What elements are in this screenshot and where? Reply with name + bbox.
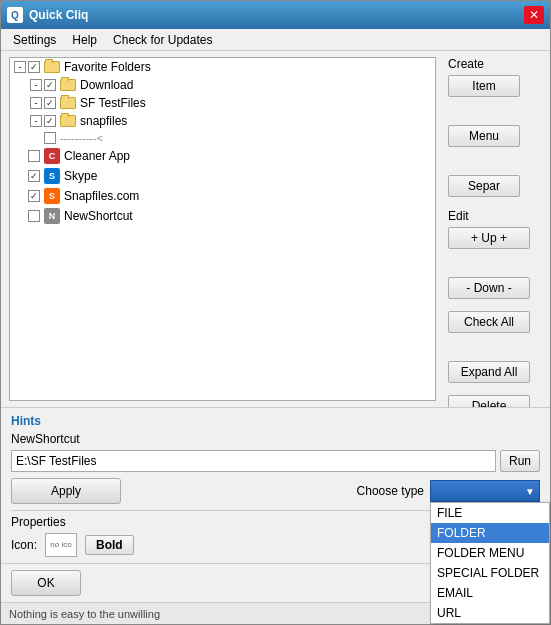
dropdown-option-folder-menu[interactable]: FOLDER MENU bbox=[431, 543, 549, 563]
apply-button[interactable]: Apply bbox=[11, 478, 121, 504]
item-checkbox[interactable] bbox=[28, 190, 40, 202]
dropdown-option-email[interactable]: EMAIL bbox=[431, 583, 549, 603]
app-icon-cleaner: C bbox=[44, 148, 60, 164]
list-item[interactable]: - SF TestFiles bbox=[26, 94, 435, 112]
ok-button[interactable]: OK bbox=[11, 570, 81, 596]
window-title: Quick Cliq bbox=[29, 8, 524, 22]
create-separ-button[interactable]: Separ bbox=[448, 175, 520, 197]
edit-section: Edit + Up + - Down - bbox=[448, 209, 542, 299]
item-label: snapfiles bbox=[80, 114, 127, 128]
menu-bar: Settings Help Check for Updates bbox=[1, 29, 550, 51]
dropdown-selected[interactable]: ▼ bbox=[430, 480, 540, 502]
folder-icon bbox=[60, 97, 76, 109]
expand-icon[interactable]: - bbox=[14, 61, 26, 73]
title-bar: Q Quick Cliq ✕ bbox=[1, 1, 550, 29]
item-checkbox[interactable] bbox=[44, 115, 56, 127]
item-label: NewShortcut bbox=[64, 209, 133, 223]
item-label: SF TestFiles bbox=[80, 96, 146, 110]
create-item-button[interactable]: Item bbox=[448, 75, 520, 97]
main-content: - Favorite Folders - Download - SF TestF… bbox=[1, 51, 550, 407]
create-menu-button[interactable]: Menu bbox=[448, 125, 520, 147]
run-button[interactable]: Run bbox=[500, 450, 540, 472]
delete-section: Delete bbox=[448, 395, 542, 407]
right-panel: Create Item Menu Separ Edit + Up + - Dow… bbox=[440, 51, 550, 407]
list-item[interactable]: S Skype bbox=[10, 166, 435, 186]
dropdown-arrow-icon: ▼ bbox=[525, 486, 535, 497]
item-checkbox[interactable] bbox=[28, 170, 40, 182]
root-label: Favorite Folders bbox=[64, 60, 151, 74]
tree-root[interactable]: - Favorite Folders bbox=[10, 58, 435, 76]
icon-preview[interactable]: no ico bbox=[45, 533, 77, 557]
dropdown-option-special-folder[interactable]: SPECIAL FOLDER bbox=[431, 563, 549, 583]
create-label: Create bbox=[448, 57, 542, 71]
app-icon-snapfiles: S bbox=[44, 188, 60, 204]
dropdown-option-url[interactable]: URL bbox=[431, 603, 549, 623]
check-all-button[interactable]: Check All bbox=[448, 311, 530, 333]
icon-label: Icon: bbox=[11, 538, 37, 552]
separator-label: ----------< bbox=[60, 132, 103, 144]
menu-check-updates[interactable]: Check for Updates bbox=[105, 31, 220, 49]
expand-icon[interactable]: - bbox=[30, 97, 42, 109]
choose-type-label: Choose type bbox=[357, 484, 424, 498]
dropdown-option-folder[interactable]: FOLDER bbox=[431, 523, 549, 543]
app-icon-newshortcut: N bbox=[44, 208, 60, 224]
bold-button[interactable]: Bold bbox=[85, 535, 134, 555]
list-item[interactable]: N NewShortcut bbox=[10, 206, 435, 226]
list-item[interactable]: - Download bbox=[26, 76, 435, 94]
status-message: Nothing is easy to the unwilling bbox=[9, 608, 160, 620]
apply-row: Apply Choose type ▼ FILE FOLDER FOLDER M… bbox=[11, 478, 540, 504]
list-item[interactable]: - snapfiles bbox=[26, 112, 435, 130]
item-checkbox[interactable] bbox=[28, 210, 40, 222]
close-button[interactable]: ✕ bbox=[524, 6, 544, 24]
app-icon-skype: S bbox=[44, 168, 60, 184]
item-label: Cleaner App bbox=[64, 149, 130, 163]
delete-button[interactable]: Delete bbox=[448, 395, 530, 407]
move-down-button[interactable]: - Down - bbox=[448, 277, 530, 299]
expand-all-button[interactable]: Expand All bbox=[448, 361, 530, 383]
type-dropdown[interactable]: ▼ FILE FOLDER FOLDER MENU SPECIAL FOLDER… bbox=[430, 480, 540, 502]
hints-label: Hints bbox=[11, 414, 540, 428]
list-item[interactable]: ----------< bbox=[26, 130, 435, 146]
root-checkbox[interactable] bbox=[28, 61, 40, 73]
path-input[interactable] bbox=[11, 450, 496, 472]
folder-icon bbox=[60, 79, 76, 91]
list-item[interactable]: S Snapfiles.com bbox=[10, 186, 435, 206]
hints-section: Hints NewShortcut Run Apply Choose type … bbox=[1, 407, 550, 563]
menu-help[interactable]: Help bbox=[64, 31, 105, 49]
item-checkbox[interactable] bbox=[44, 79, 56, 91]
item-label: Snapfiles.com bbox=[64, 189, 139, 203]
action-section: Check All Expand All bbox=[448, 311, 542, 383]
dropdown-list: FILE FOLDER FOLDER MENU SPECIAL FOLDER E… bbox=[430, 502, 550, 624]
expand-icon[interactable]: - bbox=[30, 115, 42, 127]
dropdown-option-file[interactable]: FILE bbox=[431, 503, 549, 523]
list-item[interactable]: C Cleaner App bbox=[10, 146, 435, 166]
move-up-button[interactable]: + Up + bbox=[448, 227, 530, 249]
main-window: Q Quick Cliq ✕ Settings Help Check for U… bbox=[0, 0, 551, 625]
item-label: Download bbox=[80, 78, 133, 92]
item-label: Skype bbox=[64, 169, 97, 183]
shortcut-name: NewShortcut bbox=[11, 432, 540, 446]
expand-icon[interactable]: - bbox=[30, 79, 42, 91]
path-row: Run bbox=[11, 450, 540, 472]
tree-panel: - Favorite Folders - Download - SF TestF… bbox=[9, 57, 436, 401]
item-checkbox[interactable] bbox=[28, 150, 40, 162]
create-section: Create Item Menu Separ bbox=[448, 57, 542, 197]
edit-label: Edit bbox=[448, 209, 542, 223]
folder-icon bbox=[60, 115, 76, 127]
menu-settings[interactable]: Settings bbox=[5, 31, 64, 49]
root-folder-icon bbox=[44, 61, 60, 73]
item-checkbox[interactable] bbox=[44, 97, 56, 109]
item-checkbox[interactable] bbox=[44, 132, 56, 144]
app-icon: Q bbox=[7, 7, 23, 23]
